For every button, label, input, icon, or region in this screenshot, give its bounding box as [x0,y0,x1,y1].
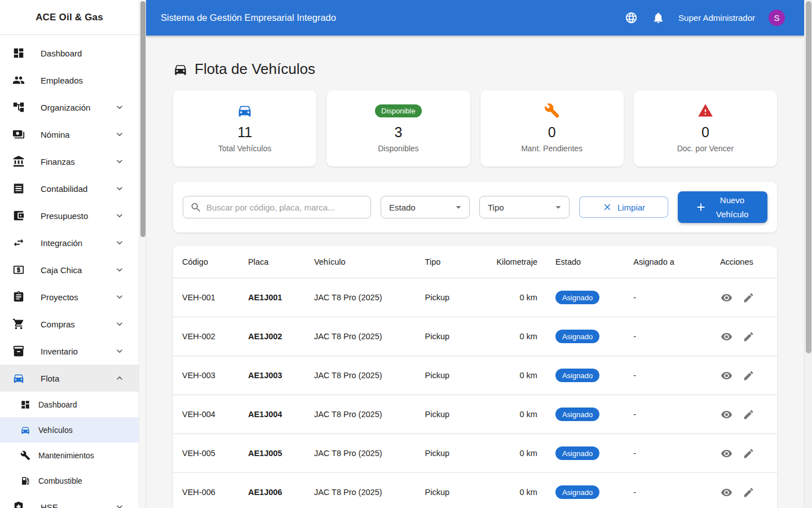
cell-asignado: - [624,356,711,395]
cell-placa: AE1J003 [239,356,305,395]
vehicles-table-card: CódigoPlacaVehículoTipoKilometrajeEstado… [173,246,777,508]
tipo-select[interactable]: Tipo [479,196,570,218]
car-icon [182,102,307,120]
cart-icon [12,317,25,331]
sidebar-item-compras[interactable]: Compras [0,310,139,338]
edit-button[interactable] [742,446,756,460]
warning-icon [643,102,768,120]
sidebar-item-label: HSE [41,502,114,508]
sidebar-item-presupuesto[interactable]: Presupuesto [0,202,139,229]
car-icon [173,62,188,77]
bell-icon[interactable] [651,11,665,25]
chevron-down-icon [552,201,564,213]
edit-button[interactable] [742,408,756,421]
vehicles-table: CódigoPlacaVehículoTipoKilometrajeEstado… [173,246,777,508]
wrench-icon [489,102,615,120]
cell-kilometraje: 0 km [487,356,546,395]
sidebar-item-hse[interactable]: HSE [0,493,139,508]
search-box[interactable] [183,196,371,218]
chevron-down-icon [452,201,465,213]
stat-card-mant-pendientes: 0Mant. Pendientes [480,90,624,167]
edit-button[interactable] [742,330,756,343]
eye-icon [721,292,732,304]
sidebar-subitem-label: Dashboard [38,400,77,409]
sidebar-item-organizacion[interactable]: Organización [0,94,139,121]
pencil-icon [743,448,754,459]
table-row: VEH-003AE1J003JAC T8 Pro (2025)Pickup0 k… [173,356,777,395]
page-scrollbar-thumb[interactable] [806,1,811,353]
cell-estado: Asignado [546,278,624,317]
sidebar-item-caja-chica[interactable]: Caja Chica [0,256,139,283]
edit-button[interactable] [742,485,756,499]
sidebar-item-finanzas[interactable]: Finanzas [0,148,139,175]
cell-placa: AE1J006 [239,473,305,508]
search-input[interactable] [206,203,364,212]
sidebar-subitem-vehiculos[interactable]: Vehículos [0,417,139,443]
receipt-icon [12,182,25,195]
sidebar-item-integracion[interactable]: Integración [0,229,139,256]
sidebar-item-proyectos[interactable]: Proyectos [0,283,139,310]
stat-value: 0 [489,124,615,141]
view-button[interactable] [720,330,734,343]
view-button[interactable] [720,446,734,460]
column-header-tipo: Tipo [416,246,488,278]
sidebar-item-label: Nómina [41,130,114,139]
fuel-icon [20,476,30,486]
view-button[interactable] [720,408,734,421]
column-header-codigo: Código [173,246,239,278]
app-root: ACE Oil & Gas DashboardEmpleadosOrganiza… [0,0,812,508]
sidebar-item-inventario[interactable]: Inventario [0,338,139,365]
column-header-acciones: Acciones [711,246,777,278]
pencil-icon [743,370,754,382]
sidebar-item-label: Organización [41,103,114,112]
stat-value: 3 [336,124,461,141]
edit-button[interactable] [742,291,756,304]
stat-value: 11 [182,124,307,141]
cell-tipo: Pickup [416,356,488,395]
wallet-icon [12,209,25,222]
filter-bar: Estado Tipo Limpiar Nuevo Vehículo [173,182,777,233]
limpiar-button[interactable]: Limpiar [579,196,668,218]
topbar-right: Super Administrador S [624,10,785,26]
view-button[interactable] [720,291,734,304]
sidebar-scrollbar[interactable] [139,0,146,508]
dashboard-icon [20,400,30,410]
edit-button[interactable] [742,369,756,382]
sidebar-item-dashboard[interactable]: Dashboard [0,40,139,67]
sidebar-item-flota[interactable]: Flota [0,365,139,392]
cell-estado: Asignado [546,356,624,395]
close-icon [602,202,612,212]
sidebar-subitem-combustible[interactable]: Combustible [0,468,139,493]
sidebar: ACE Oil & Gas DashboardEmpleadosOrganiza… [0,0,139,508]
estado-badge: Asignado [555,408,599,421]
stat-card-total-vehiculos: 11Total Vehículos [173,90,316,167]
chevron-down-icon [114,345,125,357]
view-button[interactable] [720,485,734,499]
column-header-estado: Estado [546,246,624,278]
main-area: Sistema de Gestión Empresarial Integrado… [146,0,804,508]
sidebar-item-contabilidad[interactable]: Contabilidad [0,175,139,202]
status-badge: Disponible [375,104,422,117]
sidebar-item-nomina[interactable]: Nómina [0,121,139,148]
cell-kilometraje: 0 km [487,317,546,356]
estado-select[interactable]: Estado [381,196,470,218]
globe-icon[interactable] [624,11,638,25]
estado-badge: Asignado [555,446,599,460]
sidebar-item-label: Compras [41,319,114,329]
sidebar-scrollbar-thumb[interactable] [140,1,145,237]
cell-estado: Asignado [546,434,624,473]
table-row: VEH-004AE1J004JAC T8 Pro (2025)Pickup0 k… [173,395,777,434]
sidebar-subitem-mantenimientos[interactable]: Mantenimientos [0,443,139,468]
avatar[interactable]: S [769,10,785,26]
clipboard-icon [12,290,25,304]
page-scrollbar[interactable] [804,0,812,508]
sidebar-subitem-dashboard[interactable]: Dashboard [0,392,139,417]
cell-asignado: - [624,473,711,508]
stat-label: Doc. por Vencer [643,144,768,153]
sidebar-item-empleados[interactable]: Empleados [0,67,139,94]
column-header-asignado-a: Asignado a [624,246,711,278]
sidebar-item-label: Integración [41,238,114,248]
view-button[interactable] [720,369,734,382]
sidebar-item-label: Dashboard [41,49,125,58]
nuevo-vehiculo-button[interactable]: Nuevo Vehículo [678,191,767,223]
